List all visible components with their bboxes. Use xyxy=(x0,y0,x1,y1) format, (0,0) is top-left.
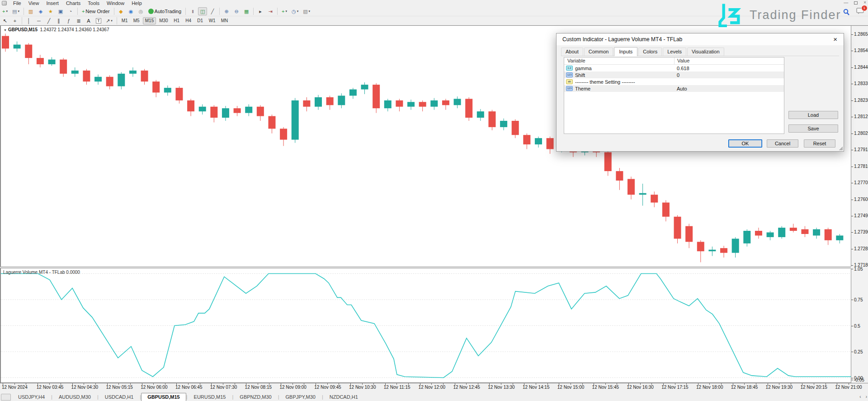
profiles-button[interactable]: ▤▾ xyxy=(10,7,21,15)
auto-scroll-button[interactable]: ▸ xyxy=(256,7,265,15)
inputs-table: Variable Value 1.2gamma0.618123Shift0ab-… xyxy=(564,57,784,134)
restore-button[interactable] xyxy=(854,1,858,5)
periods-button[interactable]: ◷▾ xyxy=(290,7,300,15)
dialog-title: Custom Indicator - Laguerre Volume MT4 -… xyxy=(562,36,682,43)
vertical-line-button[interactable]: │ xyxy=(24,17,33,25)
chart-tab-gbpnzd[interactable]: GBPNZD,M30 xyxy=(233,393,278,401)
menu-window[interactable]: Window xyxy=(103,0,128,6)
dialog-titlebar[interactable]: Custom Indicator - Laguerre Volume MT4 -… xyxy=(557,33,844,45)
strategy-tester-button[interactable]: ◔ xyxy=(66,7,75,15)
timeframe-m5-button[interactable]: M5 xyxy=(131,17,142,24)
fibonacci-button[interactable]: ƒ xyxy=(64,17,73,25)
horizontal-line-icon: ─ xyxy=(37,18,41,24)
horizontal-line-button[interactable]: ─ xyxy=(34,17,43,25)
input-row[interactable]: ab-------- theme Setting -------- xyxy=(564,78,784,85)
timeframe-h4-button[interactable]: H4 xyxy=(183,17,194,24)
tab-scroll-left-icon[interactable]: ‹ xyxy=(859,394,861,399)
close-button[interactable]: × xyxy=(863,0,866,5)
new-order-button[interactable]: +New Order xyxy=(80,7,112,15)
load-button[interactable]: Load xyxy=(788,111,838,119)
dialog-tab-inputs[interactable]: Inputs xyxy=(614,47,637,56)
timeframe-w1-button[interactable]: W1 xyxy=(207,17,218,24)
menu-charts[interactable]: Charts xyxy=(62,0,84,6)
cursor-button[interactable]: ↖ xyxy=(0,17,9,25)
new-order-icon: + xyxy=(82,9,85,14)
chart-tab-gbpusd[interactable]: GBPUSD,M15 xyxy=(141,393,186,401)
menu-insert[interactable]: Insert xyxy=(42,0,62,6)
timeframe-m1-button[interactable]: M1 xyxy=(119,17,130,24)
equidistant-channel-button[interactable]: ∥ xyxy=(54,17,63,25)
menu-tools[interactable]: Tools xyxy=(84,0,103,6)
chart-tab-eurusd[interactable]: EURUSD,M15 xyxy=(188,393,232,401)
dialog-tab-common[interactable]: Common xyxy=(584,48,613,56)
menu-view[interactable]: View xyxy=(25,0,43,6)
chart-shift-button[interactable]: ⇥ xyxy=(266,7,275,15)
menu-file[interactable]: File xyxy=(9,0,25,6)
save-button[interactable]: Save xyxy=(788,124,838,133)
community-button[interactable]: ◉ xyxy=(127,7,136,15)
crosshair-button[interactable]: + xyxy=(10,17,19,25)
arrows-button[interactable]: ↗▾ xyxy=(104,17,114,25)
dialog-tab-levels[interactable]: Levels xyxy=(663,48,686,56)
text-button[interactable]: A xyxy=(84,17,93,25)
timeframe-h1-button[interactable]: H1 xyxy=(171,17,182,24)
price-axis-tick xyxy=(851,134,853,134)
metaeditor-button[interactable]: ◆ xyxy=(117,7,126,15)
resize-grip[interactable] xyxy=(839,146,843,150)
chart-tab-gbpjpy[interactable]: GBPJPY,M30 xyxy=(279,393,321,401)
menu-help[interactable]: Help xyxy=(128,0,146,6)
cycle-lines-button[interactable]: ≣ xyxy=(74,17,83,25)
new-chart-button[interactable]: +▾ xyxy=(0,7,9,15)
timeframe-m15-button[interactable]: M15 xyxy=(143,17,156,24)
variable-value[interactable]: 0 xyxy=(674,72,679,78)
terminal-button[interactable]: ▣ xyxy=(56,7,65,15)
indicator-pane[interactable]: Laguerre Volume MT4 - TFLab 0.0000 xyxy=(0,268,851,383)
input-row[interactable]: 123ThemeAuto xyxy=(564,85,784,92)
timeframe-m30-button[interactable]: M30 xyxy=(157,17,170,24)
reset-button[interactable]: Reset xyxy=(804,139,835,148)
line-chart-button[interactable]: ╱ xyxy=(208,7,217,15)
trendline-button[interactable]: ╱ xyxy=(44,17,53,25)
market-watch-button[interactable]: ▥ xyxy=(26,7,35,15)
indicators-button[interactable]: +▾ xyxy=(280,7,289,15)
time-axis[interactable]: 12 Nov 202412 Nov 03:4512 Nov 04:3012 No… xyxy=(0,383,868,390)
cancel-button[interactable]: Cancel xyxy=(767,139,798,148)
navigator-button[interactable]: ★ xyxy=(46,7,55,15)
candlestick-chart-button[interactable]: ◫ xyxy=(198,7,207,15)
label-button[interactable]: T xyxy=(94,17,103,25)
timeframe-mn-button[interactable]: MN xyxy=(219,17,231,24)
dialog-tab-visualization[interactable]: Visualization xyxy=(687,48,724,56)
chart-tab-usdjpy[interactable]: USDJPY,H4 xyxy=(12,393,51,401)
variable-value[interactable]: Auto xyxy=(674,86,687,91)
input-row[interactable]: 123Shift0 xyxy=(564,72,784,78)
chart-tab-audusd[interactable]: AUDUSD,M30 xyxy=(52,393,97,401)
bar-chart-button[interactable]: ||| xyxy=(188,7,197,15)
price-axis[interactable]: 1.286501.285451.284401.283351.282301.281… xyxy=(851,25,868,267)
tile-windows-button[interactable]: ▦ xyxy=(242,7,251,15)
indicator-axis[interactable]: 1.050.750.50.250.00-0.05 xyxy=(851,268,868,383)
dialog-tab-colors[interactable]: Colors xyxy=(638,48,662,56)
news-button[interactable]: ◎ xyxy=(137,7,146,15)
chart-tab-nzdcad[interactable]: NZDCAD,H1 xyxy=(323,393,364,401)
dialog-tab-about[interactable]: About xyxy=(561,48,583,56)
zoom-in-button[interactable]: ⊕ xyxy=(222,7,231,15)
tab-scroll-right-icon[interactable]: › xyxy=(866,394,867,399)
variable-value[interactable]: 0.618 xyxy=(674,66,689,71)
search-icon[interactable] xyxy=(843,9,850,16)
autotrading-button[interactable]: AutoTrading xyxy=(146,7,184,15)
navigator-icon: ★ xyxy=(48,9,53,14)
chat-button[interactable]: 1 xyxy=(856,8,864,16)
timeframe-d1-button[interactable]: D1 xyxy=(195,17,206,24)
data-window-button[interactable]: ◈ xyxy=(36,7,45,15)
line-chart-icon: ╱ xyxy=(211,9,214,14)
price-axis-label: 1.28545 xyxy=(854,48,868,53)
zoom-out-button[interactable]: ⊖ xyxy=(232,7,241,15)
time-axis-label: 12 Nov 03:45 xyxy=(37,385,64,390)
ok-button[interactable]: OK xyxy=(728,139,762,148)
minimize-button[interactable]: — xyxy=(844,0,848,5)
chart-tab-usdcad[interactable]: USDCAD,H1 xyxy=(99,393,140,401)
dialog-close-button[interactable]: × xyxy=(833,35,837,43)
tab-list-button[interactable] xyxy=(1,394,11,401)
input-row[interactable]: 1.2gamma0.618 xyxy=(564,65,784,72)
templates-button[interactable]: ▧▾ xyxy=(301,7,312,15)
